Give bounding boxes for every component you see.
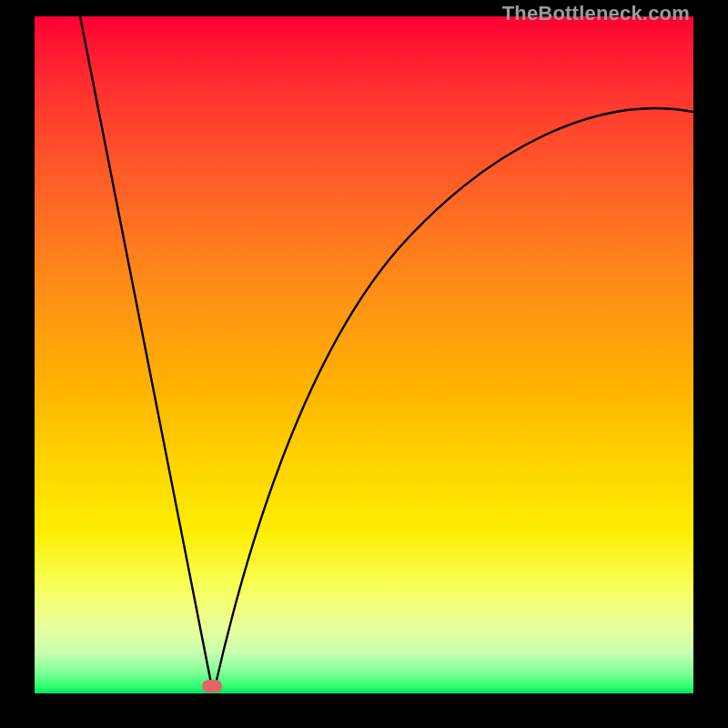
bottleneck-curve — [35, 16, 693, 693]
chart-frame: TheBottleneck.com — [0, 0, 728, 728]
curve-left-branch — [80, 16, 212, 688]
plot-area — [35, 16, 693, 693]
optimum-marker — [202, 680, 222, 693]
watermark-text: TheBottleneck.com — [502, 2, 690, 25]
curve-right-branch — [215, 108, 693, 688]
